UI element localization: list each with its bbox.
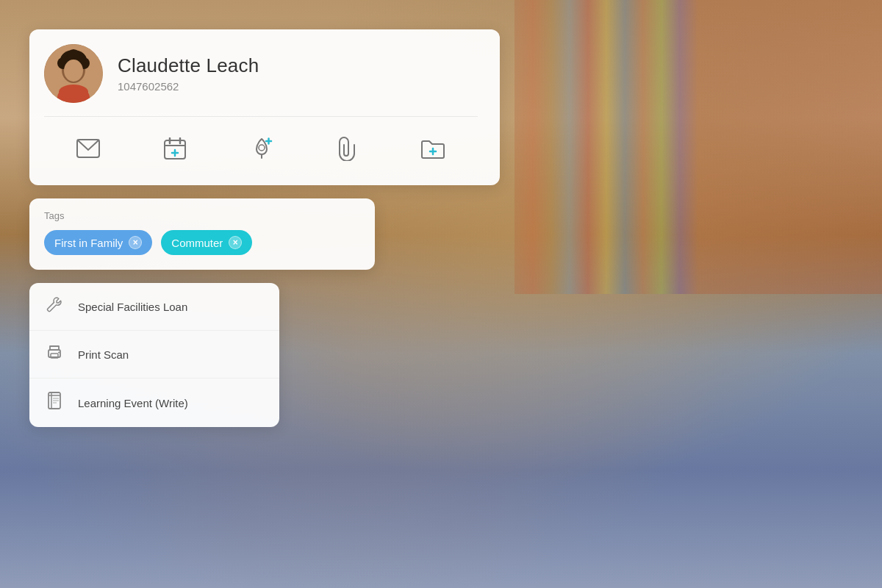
bookshelf-bg: [514, 0, 882, 294]
svg-point-16: [259, 145, 265, 151]
printer-icon: [44, 344, 65, 365]
folder-plus-icon: [420, 138, 445, 162]
svg-point-8: [59, 85, 88, 99]
paperclip-icon: [337, 136, 356, 165]
special-facilities-loan-label: Special Facilities Loan: [78, 301, 187, 313]
tag-commuter[interactable]: Commuter ×: [161, 230, 252, 255]
wrench-icon: [44, 296, 65, 317]
tag-first-in-family-label: First in Family: [54, 237, 123, 249]
profile-info: Claudette Leach 1047602562: [118, 54, 259, 93]
pin-plus-icon: [251, 137, 273, 163]
profile-id: 1047602562: [118, 80, 259, 93]
panels-container: Claudette Leach 1047602562: [29, 29, 500, 427]
tag-first-in-family[interactable]: First in Family ×: [44, 230, 152, 255]
calendar-add-button[interactable]: [149, 132, 201, 169]
profile-header: Claudette Leach 1047602562: [44, 44, 478, 117]
email-button[interactable]: [62, 133, 115, 168]
book-icon: [44, 392, 65, 414]
calendar-plus-icon: [164, 137, 186, 163]
profile-name: Claudette Leach: [118, 54, 259, 77]
svg-point-23: [58, 352, 60, 354]
envelope-icon: [76, 139, 100, 162]
tag-first-in-family-remove[interactable]: ×: [129, 236, 142, 249]
list-item-learning-event-write[interactable]: Learning Event (Write): [29, 379, 279, 427]
tag-commuter-remove[interactable]: ×: [229, 236, 242, 249]
items-card: Special Facilities Loan Print Scan: [29, 283, 279, 427]
tags-section-label: Tags: [44, 210, 360, 221]
svg-point-6: [64, 60, 83, 82]
attachment-button[interactable]: [323, 130, 371, 171]
tag-commuter-label: Commuter: [171, 237, 223, 249]
list-item-special-facilities-loan[interactable]: Special Facilities Loan: [29, 283, 279, 331]
tags-card: Tags First in Family × Commuter ×: [29, 198, 375, 270]
folder-add-button[interactable]: [406, 132, 460, 168]
print-scan-label: Print Scan: [78, 348, 129, 361]
tags-row: First in Family × Commuter ×: [44, 230, 360, 255]
profile-card: Claudette Leach 1047602562: [29, 29, 500, 185]
list-item-print-scan[interactable]: Print Scan: [29, 331, 279, 379]
profile-actions: [44, 117, 478, 171]
avatar: [44, 44, 103, 103]
learning-event-write-label: Learning Event (Write): [78, 397, 188, 409]
pin-add-button[interactable]: [236, 132, 287, 169]
